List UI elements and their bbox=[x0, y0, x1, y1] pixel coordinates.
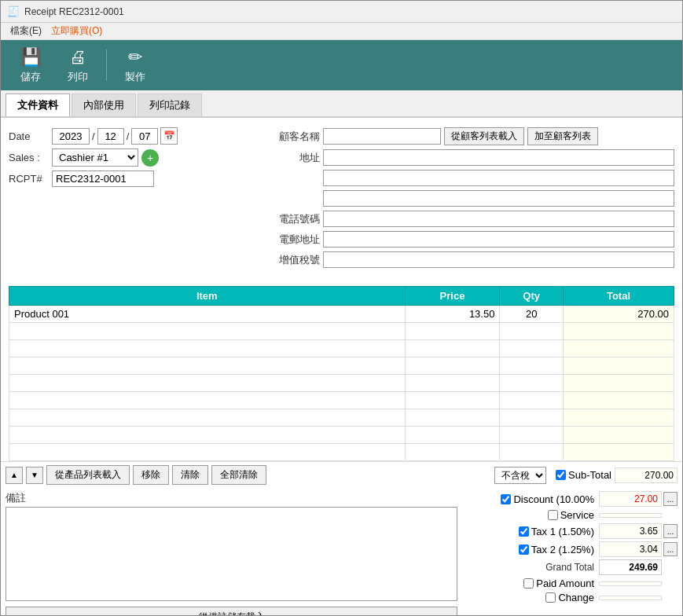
address-line1-input[interactable] bbox=[323, 149, 674, 166]
table-row[interactable] bbox=[9, 444, 674, 461]
subtotal-checkbox[interactable] bbox=[556, 470, 566, 480]
cell-total[interactable] bbox=[563, 358, 674, 375]
cell-item[interactable] bbox=[9, 358, 406, 375]
cell-price[interactable]: 13.50 bbox=[405, 306, 500, 323]
cell-item[interactable] bbox=[9, 427, 406, 444]
table-row[interactable] bbox=[9, 427, 674, 444]
cell-qty[interactable] bbox=[500, 323, 564, 340]
cell-total[interactable] bbox=[563, 409, 674, 427]
address-line3-input[interactable] bbox=[323, 190, 674, 207]
grand-total-value: 249.69 bbox=[599, 559, 662, 575]
cell-qty[interactable] bbox=[500, 392, 564, 409]
cell-total[interactable] bbox=[563, 340, 674, 358]
add-sales-button[interactable]: + bbox=[141, 149, 159, 167]
change-checkbox[interactable] bbox=[545, 592, 556, 603]
phone-input[interactable] bbox=[323, 211, 674, 227]
nav-down-button[interactable]: ▼ bbox=[26, 467, 43, 484]
service-checkbox-label[interactable]: Service bbox=[462, 509, 599, 521]
sales-select[interactable]: Cashier #1 bbox=[52, 148, 138, 167]
make-button[interactable]: ✏ 製作 bbox=[113, 45, 157, 86]
save-button[interactable]: 💾 儲存 bbox=[9, 45, 53, 86]
cell-price[interactable] bbox=[405, 375, 500, 392]
cell-price[interactable] bbox=[405, 444, 500, 461]
load-product-button[interactable]: 從產品列表載入 bbox=[46, 465, 130, 485]
cell-qty[interactable] bbox=[500, 375, 564, 392]
cell-price[interactable] bbox=[405, 409, 500, 427]
tax1-checkbox-label[interactable]: Tax 1 (1.50%) bbox=[462, 526, 599, 537]
cell-price[interactable] bbox=[405, 323, 500, 340]
load-note-button[interactable]: 從備註儲存載入 bbox=[6, 607, 457, 615]
cell-item[interactable]: Product 001 bbox=[9, 306, 406, 323]
cell-price[interactable] bbox=[405, 340, 500, 358]
remove-button[interactable]: 移除 bbox=[133, 465, 169, 485]
email-input[interactable] bbox=[323, 231, 674, 248]
tab-print-log[interactable]: 列印記錄 bbox=[138, 94, 202, 116]
menu-file[interactable]: 檔案(E) bbox=[6, 23, 46, 39]
add-customer-button[interactable]: 加至顧客列表 bbox=[527, 127, 598, 145]
cell-total[interactable] bbox=[563, 323, 674, 340]
cell-total[interactable]: 270.00 bbox=[563, 306, 674, 323]
tax2-checkbox-label[interactable]: Tax 2 (1.25%) bbox=[462, 544, 599, 556]
date-year-input[interactable] bbox=[52, 128, 90, 145]
date-day-input[interactable] bbox=[131, 128, 158, 145]
tax1-more-button[interactable]: ... bbox=[663, 524, 677, 538]
cell-qty[interactable] bbox=[500, 358, 564, 375]
calendar-button[interactable]: 📅 bbox=[160, 127, 178, 145]
toolbar: 💾 儲存 🖨 列印 ✏ 製作 bbox=[1, 40, 682, 90]
address-line2-input[interactable] bbox=[323, 170, 674, 186]
discount-more-button[interactable]: ... bbox=[663, 492, 677, 506]
cell-qty[interactable] bbox=[500, 409, 564, 427]
tax-id-input[interactable] bbox=[323, 251, 674, 268]
cell-price[interactable] bbox=[405, 392, 500, 409]
cell-total[interactable] bbox=[563, 375, 674, 392]
date-month-input[interactable] bbox=[97, 128, 124, 145]
nav-up-button[interactable]: ▲ bbox=[6, 467, 23, 484]
tax2-checkbox[interactable] bbox=[519, 544, 529, 555]
paid-amount-checkbox-label[interactable]: Paid Amount bbox=[462, 578, 599, 589]
cell-qty[interactable] bbox=[500, 427, 564, 444]
discount-checkbox[interactable] bbox=[501, 494, 511, 504]
cell-total[interactable] bbox=[563, 444, 674, 461]
item-table: Item Price Qty Total Product 00113.50202… bbox=[9, 286, 674, 461]
print-button[interactable]: 🖨 列印 bbox=[56, 45, 100, 86]
cell-item[interactable] bbox=[9, 392, 406, 409]
tab-doc-data[interactable]: 文件資料 bbox=[6, 94, 70, 116]
cell-qty[interactable] bbox=[500, 444, 564, 461]
table-row[interactable] bbox=[9, 323, 674, 340]
table-row[interactable] bbox=[9, 340, 674, 358]
table-row[interactable] bbox=[9, 375, 674, 392]
cell-item[interactable] bbox=[9, 340, 406, 358]
col-header-total: Total bbox=[563, 287, 674, 306]
cell-price[interactable] bbox=[405, 358, 500, 375]
subtotal-checkbox-label[interactable]: Sub-Total bbox=[556, 469, 611, 481]
customer-name-input[interactable] bbox=[323, 128, 441, 145]
tax2-more-button[interactable]: ... bbox=[663, 542, 677, 556]
cell-qty[interactable] bbox=[500, 340, 564, 358]
paid-amount-checkbox[interactable] bbox=[523, 578, 534, 588]
cell-total[interactable] bbox=[563, 392, 674, 409]
change-checkbox-label[interactable]: Change bbox=[462, 592, 599, 603]
tax1-label: Tax 1 (1.50%) bbox=[531, 526, 594, 537]
table-row[interactable]: Product 00113.5020270.00 bbox=[9, 306, 674, 323]
cell-item[interactable] bbox=[9, 444, 406, 461]
clear-button[interactable]: 清除 bbox=[172, 465, 208, 485]
table-row[interactable] bbox=[9, 358, 674, 375]
clear-all-button[interactable]: 全部清除 bbox=[211, 465, 266, 485]
tax1-checkbox[interactable] bbox=[519, 526, 529, 537]
table-row[interactable] bbox=[9, 409, 674, 427]
table-row[interactable] bbox=[9, 392, 674, 409]
service-checkbox[interactable] bbox=[548, 510, 558, 520]
tax-select[interactable]: 不含稅 bbox=[494, 467, 546, 484]
cell-item[interactable] bbox=[9, 375, 406, 392]
cell-price[interactable] bbox=[405, 427, 500, 444]
memo-textarea[interactable] bbox=[6, 507, 457, 601]
cell-qty[interactable]: 20 bbox=[500, 306, 564, 323]
tab-internal-use[interactable]: 內部使用 bbox=[72, 94, 136, 116]
rcpt-input[interactable] bbox=[52, 170, 154, 187]
menu-buy[interactable]: 立即購買(O) bbox=[46, 23, 107, 39]
cell-item[interactable] bbox=[9, 409, 406, 427]
cell-total[interactable] bbox=[563, 427, 674, 444]
load-customer-button[interactable]: 從顧客列表載入 bbox=[444, 127, 524, 145]
discount-checkbox-label[interactable]: Discount (10.00% bbox=[462, 493, 599, 505]
cell-item[interactable] bbox=[9, 323, 406, 340]
